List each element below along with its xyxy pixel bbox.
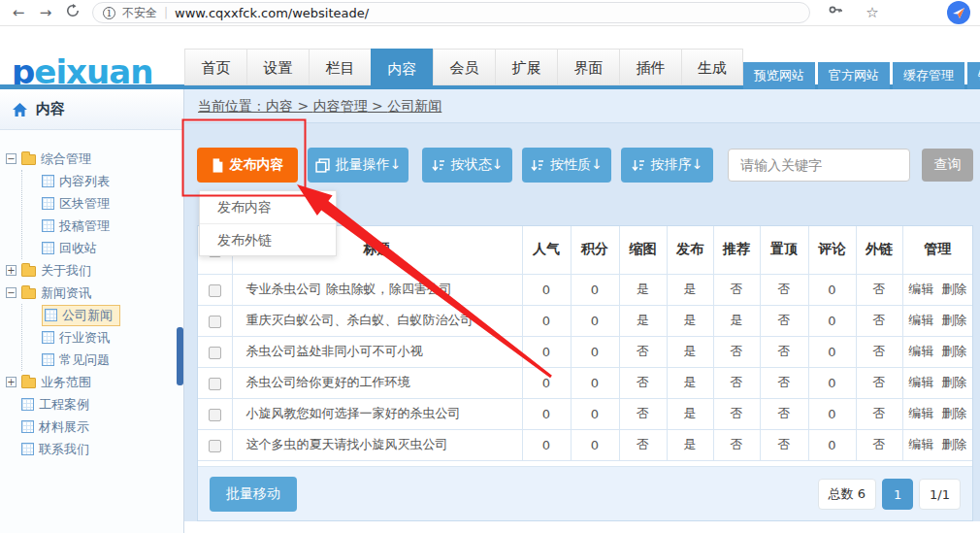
delete-link[interactable]: 删除: [941, 406, 966, 420]
row-external[interactable]: 否: [856, 429, 902, 460]
tree-child-0-1[interactable]: 区块管理: [42, 192, 183, 215]
batch-move-button[interactable]: 批量移动: [210, 477, 297, 512]
row-recommended[interactable]: 否: [713, 429, 760, 460]
breadcrumb-link-2[interactable]: 公司新闻: [387, 98, 441, 114]
row-published[interactable]: 是: [667, 398, 713, 429]
row-thumbnail[interactable]: 否: [619, 398, 667, 429]
edit-link[interactable]: 编辑: [908, 344, 933, 358]
browser-avatar[interactable]: [947, 1, 970, 24]
edit-link[interactable]: 编辑: [908, 375, 933, 389]
info-icon[interactable]: i: [103, 7, 115, 19]
current-page-button[interactable]: 1: [882, 479, 913, 510]
row-checkbox[interactable]: [209, 347, 221, 359]
row-thumbnail[interactable]: 否: [619, 336, 667, 367]
quick-link-0[interactable]: 预览网站: [743, 62, 815, 89]
tree-child-2-0[interactable]: 公司新闻: [42, 304, 183, 326]
tree-node-0[interactable]: −综合管理: [6, 148, 183, 170]
tree-node-1[interactable]: +关于我们: [6, 259, 183, 282]
row-thumbnail[interactable]: 否: [619, 367, 667, 398]
by-nature-button[interactable]: 按性质↓: [522, 148, 611, 183]
row-checkbox[interactable]: [209, 284, 221, 297]
row-checkbox[interactable]: [209, 316, 221, 328]
breadcrumb-link-1[interactable]: 内容管理: [313, 98, 368, 114]
quick-link-2[interactable]: 缓存管理: [893, 62, 964, 89]
row-pinned[interactable]: 否: [760, 398, 808, 429]
row-pinned[interactable]: 否: [760, 305, 808, 336]
row-external[interactable]: 否: [856, 367, 902, 398]
row-checkbox[interactable]: [209, 440, 221, 452]
tab-4[interactable]: 会员: [433, 49, 495, 85]
address-bar[interactable]: i 不安全 | www.cqxxfck.com/websiteade/: [92, 2, 810, 23]
browser-reload-icon[interactable]: [62, 2, 83, 23]
row-recommended[interactable]: 否: [713, 398, 760, 429]
password-key-icon[interactable]: [825, 2, 846, 23]
row-pinned[interactable]: 否: [760, 274, 808, 305]
tab-7[interactable]: 插件: [619, 49, 681, 85]
quick-link-3[interactable]: 错误日志: [967, 62, 980, 89]
expand-icon[interactable]: +: [6, 265, 16, 276]
browser-forward-icon[interactable]: →: [35, 2, 56, 23]
search-input[interactable]: [728, 149, 910, 182]
collapse-icon[interactable]: −: [6, 153, 16, 164]
row-pinned[interactable]: 否: [760, 367, 808, 398]
tree-child-0-2[interactable]: 投稿管理: [42, 215, 183, 237]
browser-back-icon[interactable]: ←: [8, 2, 29, 23]
publish-menu-item-0[interactable]: 发布内容: [200, 191, 336, 223]
query-button[interactable]: 查询: [922, 149, 973, 182]
row-pinned[interactable]: 否: [760, 336, 808, 367]
tree-child-0-0[interactable]: 内容列表: [42, 170, 183, 192]
tree-child-2-2[interactable]: 常见问题: [42, 349, 183, 371]
row-published[interactable]: 是: [667, 336, 713, 367]
row-published[interactable]: 是: [667, 274, 713, 305]
edit-link[interactable]: 编辑: [908, 313, 933, 327]
row-external[interactable]: 否: [856, 336, 902, 367]
row-recommended[interactable]: 否: [713, 274, 760, 305]
edit-link[interactable]: 编辑: [908, 282, 933, 296]
row-published[interactable]: 是: [667, 305, 713, 336]
row-published[interactable]: 是: [667, 367, 713, 398]
by-status-button[interactable]: 按状态↓: [422, 148, 512, 183]
row-checkbox[interactable]: [209, 378, 221, 390]
row-thumbnail[interactable]: 否: [619, 429, 667, 460]
expand-icon[interactable]: +: [6, 377, 16, 387]
bookmark-star-icon[interactable]: ☆: [862, 2, 883, 23]
row-external[interactable]: 否: [856, 305, 902, 336]
batch-operation-button[interactable]: 批量操作↓: [308, 148, 408, 183]
delete-link[interactable]: 删除: [941, 375, 966, 389]
collapse-icon[interactable]: −: [6, 287, 16, 298]
row-checkbox[interactable]: [209, 409, 221, 421]
row-thumbnail[interactable]: 是: [619, 305, 667, 336]
delete-link[interactable]: 删除: [941, 282, 966, 296]
tree-node-5[interactable]: 材料展示: [21, 416, 183, 438]
tree-child-0-3[interactable]: 回收站: [42, 237, 183, 259]
tab-2[interactable]: 栏目: [309, 49, 371, 85]
row-pinned[interactable]: 否: [760, 429, 808, 460]
by-order-button[interactable]: 按排序↓: [621, 148, 713, 183]
quick-link-1[interactable]: 官方网站: [818, 62, 890, 89]
tab-0[interactable]: 首页: [184, 49, 246, 85]
delete-link[interactable]: 删除: [941, 437, 966, 451]
publish-content-button[interactable]: 发布内容: [197, 148, 298, 183]
delete-link[interactable]: 删除: [941, 313, 966, 327]
publish-menu-item-1[interactable]: 发布外链: [200, 223, 336, 255]
row-published[interactable]: 是: [667, 429, 713, 460]
tab-5[interactable]: 扩展: [495, 49, 557, 85]
tab-1[interactable]: 设置: [246, 49, 309, 85]
edit-link[interactable]: 编辑: [908, 406, 933, 420]
row-thumbnail[interactable]: 是: [619, 274, 667, 305]
tree-node-2[interactable]: −新闻资讯: [6, 282, 183, 304]
row-recommended[interactable]: 是: [713, 305, 760, 336]
delete-link[interactable]: 删除: [941, 344, 966, 358]
row-external[interactable]: 否: [856, 398, 902, 429]
tab-6[interactable]: 界面: [557, 49, 619, 85]
tree-node-3[interactable]: +业务范围: [6, 371, 183, 393]
tab-3[interactable]: 内容: [371, 49, 433, 89]
sidebar-scrollbar-thumb[interactable]: [177, 327, 183, 385]
row-external[interactable]: 否: [856, 274, 902, 305]
tree-node-4[interactable]: 工程案例: [21, 393, 183, 416]
breadcrumb-link-0[interactable]: 内容: [266, 98, 293, 114]
edit-link[interactable]: 编辑: [908, 437, 933, 451]
tab-8[interactable]: 生成: [681, 49, 743, 85]
row-recommended[interactable]: 否: [713, 367, 760, 398]
row-recommended[interactable]: 否: [713, 336, 760, 367]
